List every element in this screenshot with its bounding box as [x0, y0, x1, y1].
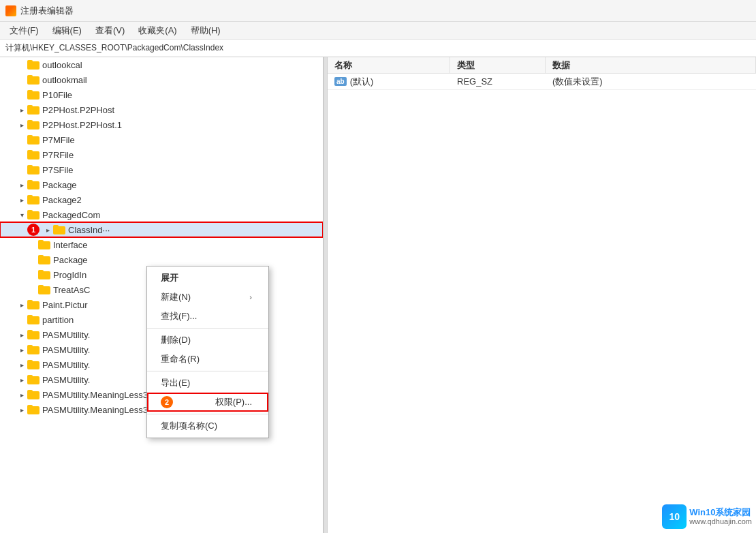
tree-item-package2[interactable]: Package2 [0, 192, 323, 207]
ctx-rename[interactable]: 重命名(R) [147, 350, 268, 369]
menu-bar: 文件(F) 编辑(E) 查看(V) 收藏夹(A) 帮助(H) [0, 22, 756, 40]
tree-label-treatasc: TreatAsC [53, 285, 90, 295]
menu-help[interactable]: 帮助(H) [184, 23, 227, 38]
tree-item-outlookcal[interactable]: outlookcal [0, 57, 323, 72]
folder-icon-interface [38, 240, 50, 249]
folder-icon-progidin [38, 270, 50, 279]
folder-icon-p2phost1 [27, 105, 40, 115]
tree-label-p2phost2: P2PHost.P2PHost.1 [42, 120, 122, 130]
tree-label-p10file: P10File [42, 90, 72, 100]
folder-icon-pasm1 [27, 330, 40, 339]
ctx-export[interactable]: 导出(E) [147, 374, 268, 393]
ab-badge: ab [334, 77, 347, 86]
tree-item-outlookmail[interactable]: outlookmail [0, 72, 323, 87]
arrow-package2 [16, 194, 27, 205]
ctx-new-arrow: › [249, 293, 252, 301]
ctx-sep-1 [147, 328, 268, 329]
folder-icon-p7rfile [27, 150, 40, 159]
menu-view[interactable]: 查看(V) [89, 23, 131, 38]
col-header-type: 类型 [450, 57, 546, 73]
arrow-treatasc [27, 284, 38, 295]
arrow-package-child [27, 254, 38, 265]
arrow-outlookcal [16, 59, 27, 70]
tree-item-p2phost1[interactable]: P2PHost.P2PHost [0, 102, 323, 117]
folder-icon-pasm2 [27, 345, 40, 354]
ctx-permissions-label: 权限(P)... [215, 396, 252, 408]
folder-icon-pasm-ml3 [27, 390, 40, 399]
tree-label-progidin: ProgIdIn [53, 270, 86, 280]
arrow-p7mfile [16, 134, 27, 145]
arrow-p7rfile [16, 149, 27, 160]
arrow-pasm-ml32 [16, 404, 27, 415]
arrow-p7sfile [16, 164, 27, 175]
tree-label-p7rfile: P7RFile [42, 150, 74, 160]
tree-item-package-child[interactable]: Package [0, 252, 323, 267]
ctx-delete[interactable]: 删除(D) [147, 331, 268, 350]
ctx-copy-name[interactable]: 复制项名称(C) [147, 416, 268, 436]
tree-label-pasm-ml32: PASMUtility.MeaningLess3.2 [42, 405, 155, 415]
folder-icon-p10file [27, 90, 40, 100]
menu-favorites[interactable]: 收藏夹(A) [131, 23, 183, 38]
watermark-icon: 10 [662, 504, 687, 529]
folder-icon-classindex [53, 225, 65, 234]
ctx-sep-2 [147, 371, 268, 371]
watermark-line2: www.qdhuajin.com [689, 517, 752, 526]
menu-edit[interactable]: 编辑(E) [46, 23, 89, 38]
folder-icon-outlookmail [27, 75, 40, 85]
ctx-delete-label: 删除(D) [161, 334, 191, 346]
arrow-pasm-ml3 [16, 389, 27, 400]
tree-item-classindex[interactable]: 1 ClassInd··· [0, 222, 323, 237]
ctx-find[interactable]: 查找(F)... [147, 307, 268, 326]
ctx-rename-label: 重命名(R) [161, 353, 200, 365]
main-content: outlookcal outlookmail P10File P2PHost.P… [0, 57, 756, 533]
title-bar: 注册表编辑器 [0, 0, 756, 22]
tree-label-pasm1: PASMUtility. [42, 330, 90, 340]
tree-item-p2phost2[interactable]: P2PHost.P2PHost.1 [0, 117, 323, 132]
tree-item-p7sfile[interactable]: P7SFile [0, 162, 323, 177]
address-path: 计算机\HKEY_CLASSES_ROOT\PackagedCom\ClassI… [5, 42, 223, 54]
tree-item-p7mfile[interactable]: P7MFile [0, 132, 323, 147]
tree-item-interface[interactable]: Interface [0, 237, 323, 252]
tree-label-outlookcal: outlookcal [42, 60, 82, 70]
cell-data-default: (数值未设置) [546, 76, 756, 88]
folder-icon-package [27, 180, 40, 189]
ctx-expand[interactable]: 展开 [147, 269, 268, 288]
right-panel: 名称 类型 数据 ab (默认) REG_SZ (数值未设置) [328, 57, 756, 533]
right-row-default[interactable]: ab (默认) REG_SZ (数值未设置) [328, 74, 756, 90]
arrow-pasm3 [16, 359, 27, 370]
folder-icon-pasm-ml32 [27, 405, 40, 414]
arrow-partition [16, 314, 27, 325]
tree-label-partition: partition [42, 315, 74, 325]
address-bar: 计算机\HKEY_CLASSES_ROOT\PackagedCom\ClassI… [0, 40, 756, 57]
cell-type-default: REG_SZ [450, 76, 546, 87]
folder-icon-p2phost2 [27, 120, 40, 130]
ctx-permissions[interactable]: 2 权限(P)... [147, 393, 268, 412]
arrow-classindex [42, 224, 53, 235]
watermark-line1: Win10系统家园 [689, 507, 752, 518]
arrow-outlookmail [16, 74, 27, 85]
watermark: 10 Win10系统家园 www.qdhuajin.com [662, 504, 752, 529]
tree-label-outlookmail: outlookmail [42, 75, 87, 85]
badge-2: 2 [161, 396, 173, 408]
ctx-export-label: 导出(E) [161, 377, 190, 389]
ctx-copy-name-label: 复制项名称(C) [161, 420, 217, 432]
tree-item-package[interactable]: Package [0, 177, 323, 192]
watermark-icon-text: 10 [669, 511, 680, 522]
cell-name-text: (默认) [350, 76, 374, 88]
tree-label-packagedcom: PackagedCom [42, 210, 100, 220]
ctx-expand-label: 展开 [161, 272, 178, 284]
folder-icon-partition [27, 315, 40, 324]
col-header-data: 数据 [546, 57, 756, 73]
title-bar-text: 注册表编辑器 [20, 5, 74, 17]
tree-label-package-child: Package [53, 255, 88, 265]
col-header-name: 名称 [328, 57, 450, 73]
tree-label-pasm2: PASMUtility. [42, 345, 90, 355]
ctx-new[interactable]: 新建(N) › [147, 288, 268, 307]
tree-item-p10file[interactable]: P10File [0, 87, 323, 102]
folder-icon-packagedcom [27, 210, 40, 219]
tree-label-interface: Interface [53, 240, 88, 250]
menu-file[interactable]: 文件(F) [3, 23, 46, 38]
tree-label-package: Package [42, 180, 77, 190]
tree-item-packagedcom[interactable]: PackagedCom [0, 207, 323, 222]
tree-item-p7rfile[interactable]: P7RFile [0, 147, 323, 162]
